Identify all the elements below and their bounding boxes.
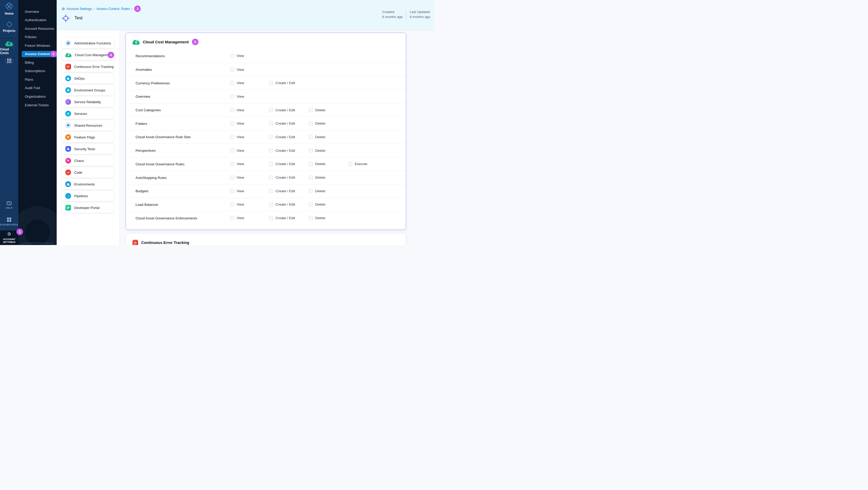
cloud-asset-governance-rules-create-edit-checkbox[interactable]: Create / Edit [269, 162, 295, 166]
cloud-asset-governance-enforcements-view-checkbox[interactable]: View [230, 216, 244, 220]
checkbox-icon[interactable] [309, 216, 313, 220]
sidebar-item-organizations[interactable]: Organizations [22, 93, 57, 100]
checkbox-icon[interactable] [230, 135, 234, 139]
budgets-view-checkbox[interactable]: View [230, 189, 244, 193]
module-card-environments[interactable]: ▣Environments [62, 179, 114, 189]
folders-delete-checkbox[interactable]: Delete [309, 121, 326, 126]
breadcrumb-account-settings[interactable]: Account Settings [67, 7, 92, 11]
folders-create-edit-checkbox[interactable]: Create / Edit [269, 121, 295, 126]
autostopping-rules-view-checkbox[interactable]: View [230, 176, 244, 180]
perspectives-view-checkbox[interactable]: View [230, 148, 244, 153]
sidebar-item-audit-trail[interactable]: Audit Trail [22, 85, 57, 91]
perspectives-delete-checkbox[interactable]: Delete [309, 148, 326, 153]
checkbox-icon[interactable] [269, 108, 273, 112]
module-card-shared-resources[interactable]: ❖Shared Resources [62, 120, 114, 131]
autostopping-rules-create-edit-checkbox[interactable]: Create / Edit [269, 176, 295, 180]
cloud-asset-governance-enforcements-create-edit-checkbox[interactable]: Create / Edit [269, 216, 295, 220]
module-card-cloud-cost-management[interactable]: $Cloud Cost Management [62, 50, 114, 60]
module-card-security-tests[interactable]: ◈Security Tests [62, 144, 114, 154]
checkbox-icon[interactable] [269, 189, 273, 193]
cloud-asset-governance-enforcements-delete-checkbox[interactable]: Delete [309, 216, 326, 220]
cloud-asset-governance-rule-sets-delete-checkbox[interactable]: Delete [309, 135, 326, 139]
sidebar-bottom-button[interactable] [22, 243, 53, 245]
account-settings-section[interactable]: ⚙ ACCOUNT SETTINGS [0, 231, 18, 245]
module-card-code[interactable]: </>Code [62, 167, 114, 178]
rail-item-help[interactable]: ? HELP [0, 202, 18, 209]
cloud-asset-governance-rules-execute-checkbox[interactable]: Execute [348, 162, 367, 166]
sidebar-item-external-tickets[interactable]: External Tickets [22, 102, 57, 109]
checkbox-icon[interactable] [269, 203, 273, 207]
sidebar-item-overview[interactable]: Overview [22, 9, 57, 15]
module-card-feature-flags[interactable]: ⚑Feature Flags [62, 132, 114, 142]
checkbox-icon[interactable] [269, 135, 273, 139]
checkbox-icon[interactable] [348, 162, 352, 166]
load-balancer-create-edit-checkbox[interactable]: Create / Edit [269, 203, 295, 207]
checkbox-icon[interactable] [309, 189, 313, 193]
checkbox-icon[interactable] [230, 162, 234, 166]
module-card-service-reliability[interactable]: ◐Service Reliability [62, 97, 114, 107]
checkbox-icon[interactable] [269, 81, 273, 85]
module-card-administrative-functions[interactable]: ⚙Administrative Functions [62, 38, 114, 48]
budgets-create-edit-checkbox[interactable]: Create / Edit [269, 189, 295, 193]
anomalies-view-checkbox[interactable]: View [230, 67, 244, 71]
checkbox-icon[interactable] [230, 203, 234, 207]
checkbox-icon[interactable] [269, 162, 273, 166]
sidebar-item-plans[interactable]: Plans [22, 76, 57, 83]
overview-view-checkbox[interactable]: View [230, 94, 244, 98]
currency-preferences-create-edit-checkbox[interactable]: Create / Edit [269, 81, 295, 85]
module-card-environment-groups[interactable]: ⊞Environment Groups [62, 85, 114, 95]
cloud-asset-governance-rules-delete-checkbox[interactable]: Delete [309, 162, 326, 166]
rail-item-dashboards[interactable]: DASHBOARDS [0, 218, 18, 226]
checkbox-icon[interactable] [230, 108, 234, 112]
sidebar-item-account-resources[interactable]: Account Resources [22, 26, 57, 32]
checkbox-icon[interactable] [230, 216, 234, 220]
module-card-services[interactable]: ⊙Services [62, 109, 114, 119]
checkbox-icon[interactable] [309, 108, 313, 112]
sidebar-item-policies[interactable]: Policies [22, 34, 57, 40]
checkbox-icon[interactable] [309, 121, 313, 126]
checkbox-icon[interactable] [309, 203, 313, 207]
rail-item-cloud-costs[interactable]: $ Cloud Costs [0, 41, 18, 55]
module-picker-button[interactable] [5, 58, 13, 64]
checkbox-icon[interactable] [269, 216, 273, 220]
cost-categories-delete-checkbox[interactable]: Delete [309, 108, 326, 112]
checkbox-icon[interactable] [309, 176, 313, 180]
breadcrumb-access-control-roles[interactable]: Access Control: Roles [96, 7, 130, 11]
module-card-gitops[interactable]: ◉GitOps [62, 73, 114, 84]
module-card-pipelines[interactable]: ∴Pipelines [62, 191, 114, 201]
recommendations-view-checkbox[interactable]: View [230, 54, 244, 58]
checkbox-icon[interactable] [309, 162, 313, 166]
checkbox-icon[interactable] [230, 189, 234, 193]
checkbox-icon[interactable] [230, 54, 234, 58]
rail-item-home[interactable]: Home [0, 2, 18, 16]
autostopping-rules-delete-checkbox[interactable]: Delete [309, 176, 326, 180]
checkbox-icon[interactable] [309, 148, 313, 153]
load-balancer-delete-checkbox[interactable]: Delete [309, 203, 326, 207]
cloud-asset-governance-rules-view-checkbox[interactable]: View [230, 162, 244, 166]
checkbox-icon[interactable] [230, 67, 234, 71]
checkbox-icon[interactable] [230, 176, 234, 180]
checkbox-icon[interactable] [269, 176, 273, 180]
module-card-chaos[interactable]: ✶Chaos [62, 155, 114, 166]
folders-view-checkbox[interactable]: View [230, 121, 244, 126]
sidebar-item-access-control[interactable]: Access Control2 [22, 51, 57, 57]
checkbox-icon[interactable] [230, 94, 234, 98]
checkbox-icon[interactable] [309, 135, 313, 139]
cost-categories-create-edit-checkbox[interactable]: Create / Edit [269, 108, 295, 112]
module-card-developer-portal[interactable]: ⇄Developer Portal [62, 203, 114, 213]
perspectives-create-edit-checkbox[interactable]: Create / Edit [269, 148, 295, 153]
cost-categories-view-checkbox[interactable]: View [230, 108, 244, 112]
sidebar-item-freeze-windows[interactable]: Freeze Windows [22, 42, 57, 49]
cloud-asset-governance-rule-sets-create-edit-checkbox[interactable]: Create / Edit [269, 135, 295, 139]
checkbox-icon[interactable] [230, 81, 234, 85]
budgets-delete-checkbox[interactable]: Delete [309, 189, 326, 193]
load-balancer-view-checkbox[interactable]: View [230, 203, 244, 207]
sidebar-item-billing[interactable]: Billing [22, 60, 57, 66]
cloud-asset-governance-rule-sets-view-checkbox[interactable]: View [230, 135, 244, 139]
checkbox-icon[interactable] [269, 148, 273, 153]
rail-item-projects[interactable]: Projects [0, 21, 18, 33]
checkbox-icon[interactable] [230, 121, 234, 126]
module-card-continuous-error-tracking[interactable]: ◎Continuous Error Tracking [62, 61, 114, 72]
checkbox-icon[interactable] [269, 121, 273, 126]
sidebar-item-subscriptions[interactable]: Subscriptions [22, 68, 57, 74]
